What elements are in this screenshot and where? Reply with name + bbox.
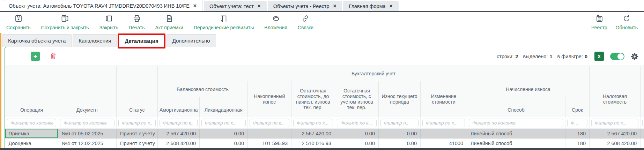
subtab-capital-investments[interactable]: Капвложения xyxy=(73,34,117,47)
filter-input-document[interactable] xyxy=(60,119,114,127)
button-label: Связки xyxy=(298,25,313,30)
close-icon[interactable]: ✕ xyxy=(333,3,336,9)
cell-status[interactable]: Принят к учету xyxy=(117,138,158,148)
filter-input-method[interactable] xyxy=(469,119,563,127)
cell-current-wear[interactable]: 0.00 xyxy=(379,138,421,148)
selected-count: 1 xyxy=(549,54,552,59)
toolbar-right-group: Реестр Обновить xyxy=(591,14,639,30)
close-icon[interactable]: ✕ xyxy=(389,3,393,9)
tab-main-form[interactable]: Главная форма ✕ xyxy=(343,1,398,11)
app-window: Объект учета: Автомобиль TOYOTA RAV4 JTM… xyxy=(0,0,644,150)
filter-input-amortized[interactable] xyxy=(160,119,198,127)
tab-label: Главная форма xyxy=(349,3,385,9)
col-header-term[interactable]: Срок xyxy=(565,97,590,117)
cell-operation[interactable]: Дооценка xyxy=(5,138,58,148)
filter-input-residual-before[interactable] xyxy=(293,119,333,127)
cell-status[interactable]: Принят к учету xyxy=(117,129,158,138)
tab-registry[interactable]: Объекты учета - Реестр ✕ xyxy=(268,1,342,11)
save-button[interactable]: Сохранить xyxy=(6,14,31,30)
filter-input-liquidation[interactable] xyxy=(201,119,246,127)
gear-icon[interactable] xyxy=(631,53,638,60)
filter-input-status[interactable] xyxy=(118,119,156,127)
close-icon[interactable]: ✕ xyxy=(257,3,261,9)
registry-button[interactable]: Реестр xyxy=(591,14,607,30)
button-label: Закрыть xyxy=(99,25,118,30)
subtab-detailing[interactable]: Детализация xyxy=(119,35,164,47)
col-header-method[interactable]: Способ xyxy=(467,97,565,117)
subtab-additional[interactable]: Дополнительно xyxy=(166,34,216,47)
cell-tax-value[interactable]: 2 608 420.00 xyxy=(590,138,641,148)
cell-extra xyxy=(641,138,644,148)
registry-icon xyxy=(595,14,604,24)
document-tabbar: Объект учета: Автомобиль TOYOTA RAV4 JTM… xyxy=(0,0,644,12)
cell-term[interactable]: 180 xyxy=(565,129,590,138)
cell-operation[interactable]: Приемка xyxy=(5,129,58,138)
table-row[interactable]: Дооценка №4 от 12.02.2025 Принят к учету… xyxy=(5,138,644,148)
col-header-tax-value[interactable]: Налоговая стоимость xyxy=(590,81,641,117)
toggle-switch[interactable] xyxy=(610,53,624,60)
cell-accumulated-wear[interactable]: 101 596.93 xyxy=(248,138,291,148)
cell-extra xyxy=(641,129,644,138)
tab-object-test[interactable]: Объект учета: тест ✕ xyxy=(204,1,267,11)
cell-liquidation[interactable]: 0.00 xyxy=(200,138,248,148)
acceptance-act-button[interactable]: Акт приемки xyxy=(155,14,183,30)
filter-input-value-change[interactable] xyxy=(422,119,465,127)
col-header-residual-after[interactable]: Остаточная стоимость, с учетом износа те… xyxy=(335,81,379,117)
cell-value-change[interactable] xyxy=(421,129,467,138)
filter-input-operation[interactable] xyxy=(7,119,56,127)
cell-residual-before[interactable]: 2 567 420.00 xyxy=(291,129,335,138)
col-header-document[interactable]: Документ xyxy=(58,66,117,117)
cell-document[interactable]: №4 от 12.02.2025 xyxy=(58,138,117,148)
close-button[interactable]: Закрыть xyxy=(99,14,118,30)
col-header-status[interactable]: Статус xyxy=(117,66,158,117)
filter-input-extra[interactable] xyxy=(642,119,644,127)
cell-residual-after[interactable]: 0.00 xyxy=(335,129,379,138)
col-header-liquidation[interactable]: Ликвидационная xyxy=(200,97,248,117)
tab-object-card[interactable]: Объект учета: Автомобиль TOYOTA RAV4 JTM… xyxy=(3,0,203,11)
col-header-current-wear[interactable]: Износ текущего периода xyxy=(379,81,421,117)
detailing-panel: + строки: 2 выделено: 1 в фильтре: 0 X xyxy=(5,47,644,148)
cell-document[interactable]: №6 от 05.02.2025 xyxy=(58,129,117,138)
cell-residual-after[interactable]: 0.00 xyxy=(335,138,379,148)
cell-method[interactable]: Линейный способ xyxy=(467,129,565,138)
cell-term[interactable]: 180 xyxy=(565,138,590,148)
col-header-value-change[interactable]: Изменение стоимости xyxy=(421,81,467,117)
delete-row-button[interactable] xyxy=(49,52,57,61)
cell-residual-before[interactable]: 2 510 016.93 xyxy=(291,138,335,148)
filter-input-accumulated-wear[interactable] xyxy=(250,119,289,127)
cell-tax-value[interactable]: 2 567 420.00 xyxy=(590,129,641,138)
periodic-attributes-button[interactable]: Периодические реквизиты xyxy=(194,14,254,30)
col-header-accumulated-wear[interactable]: Накопленный износ xyxy=(248,81,291,117)
print-button[interactable]: Печать xyxy=(129,14,145,30)
cell-amortized[interactable]: 2 567 420.00 xyxy=(158,129,200,138)
cell-liquidation[interactable]: 0.00 xyxy=(200,129,248,138)
cell-amortized[interactable]: 2 608 420.00 xyxy=(158,138,200,148)
excel-export-button[interactable]: X xyxy=(594,52,604,61)
attachments-button[interactable]: Вложения xyxy=(264,14,287,30)
save-and-close-button[interactable]: Сохранить и закрыть xyxy=(41,14,89,30)
col-header-residual-before[interactable]: Остаточная стоимость, до начисл. износа … xyxy=(291,81,335,117)
filter-input-current-wear[interactable] xyxy=(380,119,419,127)
floppy-door-icon xyxy=(61,14,69,24)
cell-value-change[interactable]: 41000 xyxy=(421,138,467,148)
filter-input-residual-after[interactable] xyxy=(337,119,377,127)
filter-input-tax-value[interactable] xyxy=(591,119,638,127)
button-label: Печать xyxy=(129,25,145,30)
col-header-operation[interactable]: Операция xyxy=(5,66,58,117)
cell-current-wear[interactable]: 0.00 xyxy=(379,129,421,138)
cell-accumulated-wear[interactable] xyxy=(248,129,291,138)
button-label: Сохранить и закрыть xyxy=(41,25,89,30)
cell-method[interactable]: Линейный способ xyxy=(467,138,565,148)
refresh-button[interactable]: Обновить xyxy=(616,14,638,30)
links-button[interactable]: Связки xyxy=(298,14,313,30)
filter-input-term[interactable] xyxy=(567,119,587,127)
col-header-amortized[interactable]: Амортизационная xyxy=(158,97,200,117)
table-row[interactable]: Приемка №6 от 05.02.2025 Принят к учету … xyxy=(5,129,644,138)
close-icon[interactable]: ✕ xyxy=(193,3,197,8)
add-row-button[interactable]: + xyxy=(31,52,40,61)
button-label: Акт приемки xyxy=(155,25,183,30)
subtab-object-card[interactable]: Карточка объекта учета xyxy=(2,34,72,47)
scroll-icon xyxy=(220,14,228,24)
header-spacer xyxy=(641,81,644,117)
horizontal-scrollbar[interactable] xyxy=(0,148,644,150)
